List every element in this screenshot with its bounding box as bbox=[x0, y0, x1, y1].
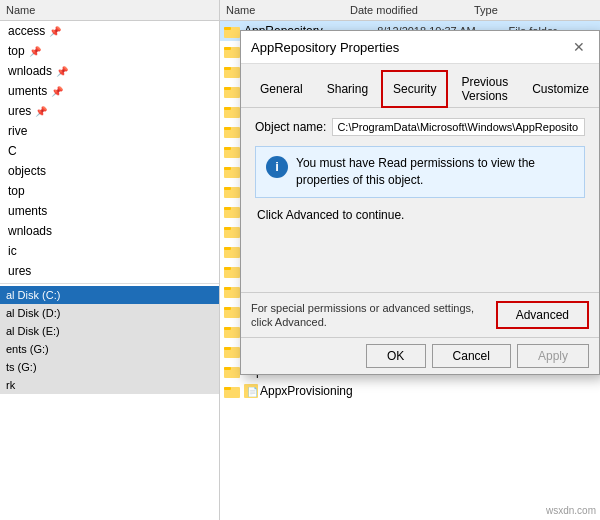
ok-button[interactable]: OK bbox=[366, 344, 426, 368]
dialog-footer: For special permissions or advanced sett… bbox=[241, 292, 599, 338]
svg-rect-7 bbox=[224, 87, 231, 90]
tab-sharing[interactable]: Sharing bbox=[316, 70, 379, 107]
properties-dialog: AppRepository Properties ✕ General Shari… bbox=[240, 30, 600, 375]
svg-rect-9 bbox=[224, 107, 231, 110]
dialog-title: AppRepository Properties bbox=[251, 40, 399, 55]
file-item-appxprovisioning[interactable]: 📄 AppxProvisioning bbox=[220, 381, 600, 401]
nav-item-access[interactable]: access 📌 bbox=[0, 21, 219, 41]
object-name-row: Object name: C:\ProgramData\Microsoft\Wi… bbox=[255, 118, 585, 136]
section-g-drive-2[interactable]: ts (G:) bbox=[0, 358, 219, 376]
nav-item-downloads-2[interactable]: wnloads bbox=[0, 221, 219, 241]
dialog-body: Object name: C:\ProgramData\Microsoft\Wi… bbox=[241, 108, 599, 292]
nav-label: uments bbox=[8, 204, 47, 218]
sidebar-name-col: Name bbox=[6, 4, 35, 16]
nav-item-music[interactable]: ic bbox=[0, 241, 219, 261]
nav-label: objects bbox=[8, 164, 46, 178]
nav-label: wnloads bbox=[8, 224, 52, 238]
info-text: You must have Read permissions to view t… bbox=[296, 155, 574, 189]
click-advanced-text: Click Advanced to continue. bbox=[255, 208, 585, 222]
nav-item-documents-1[interactable]: uments 📌 bbox=[0, 81, 219, 101]
pin-icon: 📌 bbox=[56, 66, 68, 77]
info-box: i You must have Read permissions to view… bbox=[255, 146, 585, 198]
tab-security[interactable]: Security bbox=[381, 70, 448, 108]
section-d-drive[interactable]: al Disk (D:) bbox=[0, 304, 219, 322]
divider bbox=[0, 283, 219, 284]
nav-item-top-1[interactable]: top 📌 bbox=[0, 41, 219, 61]
section-network[interactable]: rk bbox=[0, 376, 219, 394]
svg-rect-13 bbox=[224, 147, 231, 150]
svg-rect-17 bbox=[224, 187, 231, 190]
pin-icon: 📌 bbox=[49, 26, 61, 37]
nav-label: rive bbox=[8, 124, 27, 138]
object-name-value: C:\ProgramData\Microsoft\Windows\AppRepo… bbox=[332, 118, 585, 136]
svg-rect-37 bbox=[224, 387, 231, 390]
col-name: Name bbox=[224, 2, 348, 18]
svg-text:📄: 📄 bbox=[247, 386, 258, 398]
dialog-titlebar: AppRepository Properties ✕ bbox=[241, 31, 599, 64]
svg-rect-11 bbox=[224, 127, 231, 130]
nav-label: C bbox=[8, 144, 17, 158]
pin-icon: 📌 bbox=[35, 106, 47, 117]
svg-rect-35 bbox=[224, 367, 231, 370]
nav-label: ures bbox=[8, 104, 31, 118]
apply-button[interactable]: Apply bbox=[517, 344, 589, 368]
info-icon: i bbox=[266, 156, 288, 178]
nav-label: ic bbox=[8, 244, 17, 258]
svg-rect-15 bbox=[224, 167, 231, 170]
svg-rect-33 bbox=[224, 347, 231, 350]
svg-rect-5 bbox=[224, 67, 231, 70]
nav-label: uments bbox=[8, 84, 47, 98]
quick-access-list: access 📌 top 📌 wnloads 📌 uments 📌 ures 📌… bbox=[0, 21, 219, 281]
section-g-drive-1[interactable]: ents (G:) bbox=[0, 340, 219, 358]
object-name-label: Object name: bbox=[255, 120, 326, 134]
svg-rect-27 bbox=[224, 287, 231, 290]
nav-label: top bbox=[8, 184, 25, 198]
advanced-button[interactable]: Advanced bbox=[496, 301, 589, 329]
pin-icon: 📌 bbox=[29, 46, 41, 57]
nav-item-downloads-1[interactable]: wnloads 📌 bbox=[0, 61, 219, 81]
file-area: Name Date modified Type AppRepository 8/… bbox=[220, 0, 600, 520]
svg-rect-31 bbox=[224, 327, 231, 330]
watermark: wsxdn.com bbox=[546, 505, 596, 516]
nav-item-c[interactable]: C bbox=[0, 141, 219, 161]
nav-label: top bbox=[8, 44, 25, 58]
svg-rect-29 bbox=[224, 307, 231, 310]
tab-customize[interactable]: Customize bbox=[521, 70, 600, 107]
nav-item-drive[interactable]: rive bbox=[0, 121, 219, 141]
svg-rect-23 bbox=[224, 247, 231, 250]
sidebar: Name access 📌 top 📌 wnloads 📌 uments 📌 u… bbox=[0, 0, 220, 520]
nav-item-pictures-1[interactable]: ures 📌 bbox=[0, 101, 219, 121]
col-type: Type bbox=[472, 2, 596, 18]
svg-rect-3 bbox=[224, 47, 231, 50]
dialog-tabs: General Sharing Security Previous Versio… bbox=[241, 64, 599, 108]
nav-item-pictures-2[interactable]: ures bbox=[0, 261, 219, 281]
nav-item-top-2[interactable]: top bbox=[0, 181, 219, 201]
col-date: Date modified bbox=[348, 2, 472, 18]
nav-label: access bbox=[8, 24, 45, 38]
pin-icon: 📌 bbox=[51, 86, 63, 97]
nav-item-documents-2[interactable]: uments bbox=[0, 201, 219, 221]
svg-rect-19 bbox=[224, 207, 231, 210]
nav-label: ures bbox=[8, 264, 31, 278]
dialog-close-button[interactable]: ✕ bbox=[569, 37, 589, 57]
dialog-overlay: AppRepository Properties ✕ General Shari… bbox=[220, 0, 600, 520]
tab-general[interactable]: General bbox=[249, 70, 314, 107]
nav-label: wnloads bbox=[8, 64, 52, 78]
cancel-button[interactable]: Cancel bbox=[432, 344, 511, 368]
svg-rect-1 bbox=[224, 27, 231, 30]
svg-rect-21 bbox=[224, 227, 231, 230]
footer-text: For special permissions or advanced sett… bbox=[251, 301, 496, 330]
dialog-buttons: OK Cancel Apply bbox=[241, 337, 599, 374]
sidebar-header: Name bbox=[0, 0, 219, 21]
section-c-drive[interactable]: al Disk (C:) bbox=[0, 286, 219, 304]
tab-previous-versions[interactable]: Previous Versions bbox=[450, 70, 519, 107]
svg-rect-25 bbox=[224, 267, 231, 270]
file-header: Name Date modified Type bbox=[220, 0, 600, 21]
section-e-drive[interactable]: al Disk (E:) bbox=[0, 322, 219, 340]
folder-icon bbox=[224, 24, 240, 38]
nav-item-objects[interactable]: objects bbox=[0, 161, 219, 181]
